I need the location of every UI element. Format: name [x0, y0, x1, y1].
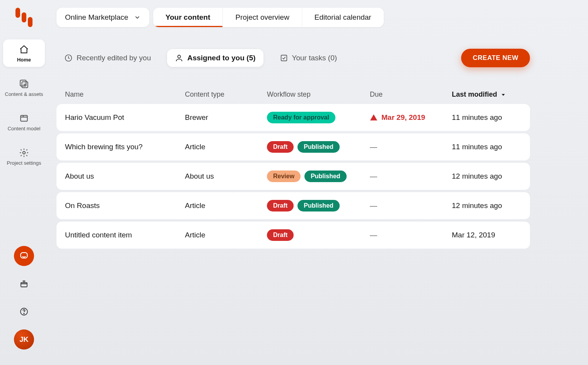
logo-bar [22, 12, 26, 22]
item-name: Hario Vacuum Pot [65, 113, 124, 122]
table-row[interactable]: Untitled content itemArticleDraft—Mar 12… [56, 222, 530, 249]
table-header: Name Content type Workflow step Due Last… [56, 85, 530, 104]
last-modified: Mar 12, 2019 [452, 231, 495, 239]
tab-project-overview[interactable]: Project overview [222, 8, 301, 27]
cell-workflow: DraftPublished [267, 141, 370, 153]
table-row[interactable]: Hario Vacuum PotBrewerReady for approval… [56, 104, 530, 131]
col-label: Due [370, 90, 383, 99]
filter-assigned-to-you[interactable]: Assigned to you (5) [167, 49, 263, 67]
cell-due: — [370, 172, 452, 181]
col-due: Due [370, 90, 452, 99]
whats-new-button[interactable] [14, 274, 34, 294]
cell-workflow: Ready for approval [267, 112, 370, 123]
svg-point-9 [178, 55, 181, 58]
last-modified: 11 minutes ago [452, 143, 502, 151]
top-bar: Online Marketplace Your content Project … [56, 8, 384, 27]
svg-rect-0 [20, 80, 26, 86]
tab-label: Editorial calendar [315, 13, 371, 21]
create-new-button[interactable]: CREATE NEW [461, 49, 530, 67]
sidebar-item-home[interactable]: Home [3, 39, 45, 67]
item-name: Untitled content item [65, 231, 132, 239]
intercom-chat-button[interactable] [14, 246, 34, 266]
col-workflow: Workflow step [267, 90, 370, 99]
cell-name: About us [65, 172, 185, 181]
sidebar-item-content-model[interactable]: Content model [3, 108, 45, 136]
table-row[interactable]: On RoastsArticleDraftPublished—12 minute… [56, 192, 530, 219]
logo-bar [15, 8, 20, 18]
workflow-badge-ready: Ready for approval [267, 112, 335, 123]
workflow-badge-published: Published [297, 200, 339, 211]
col-last-modified[interactable]: Last modified [452, 90, 521, 99]
cell-due: — [370, 143, 452, 151]
workflow-badge-draft: Draft [267, 141, 294, 153]
svg-rect-5 [21, 283, 27, 287]
due-date: — [370, 201, 377, 210]
workflow-badge-published: Published [297, 141, 339, 153]
home-icon [19, 44, 29, 55]
sidebar-item-label: Content & assets [5, 92, 43, 97]
cell-name: Hario Vacuum Pot [65, 113, 185, 122]
app-logo[interactable] [15, 8, 32, 27]
help-button[interactable] [14, 302, 34, 322]
cell-content-type: Brewer [185, 113, 267, 122]
sidebar-item-label: Home [17, 57, 31, 63]
cell-due: — [370, 231, 452, 239]
col-name: Name [65, 90, 185, 99]
due-date: — [370, 172, 377, 181]
cell-last-modified: 12 minutes ago [452, 201, 521, 210]
last-modified: 11 minutes ago [452, 113, 502, 122]
tab-label: Your content [166, 13, 210, 21]
col-label: Content type [185, 90, 224, 99]
cell-last-modified: 12 minutes ago [452, 172, 521, 181]
svg-rect-2 [21, 115, 27, 121]
filter-your-tasks[interactable]: Your tasks (0) [272, 49, 345, 67]
filter-label: Recently edited by you [77, 54, 151, 62]
cell-due: Mar 29, 2019 [370, 113, 452, 122]
user-initials: JK [19, 336, 28, 344]
table-row[interactable]: Which brewing fits you?ArticleDraftPubli… [56, 133, 530, 160]
logo-bar [28, 17, 32, 27]
cell-name: Which brewing fits you? [65, 143, 185, 151]
tab-your-content[interactable]: Your content [153, 8, 223, 27]
cell-last-modified: 11 minutes ago [452, 113, 521, 122]
cell-name: On Roasts [65, 201, 185, 210]
item-name: About us [65, 172, 94, 181]
content-type: Brewer [185, 113, 208, 122]
warning-icon [370, 114, 378, 121]
cell-workflow: Draft [267, 229, 370, 241]
cell-content-type: Article [185, 201, 267, 210]
content-table: Name Content type Workflow step Due Last… [56, 85, 530, 249]
user-avatar[interactable]: JK [14, 329, 34, 350]
content-type: Article [185, 231, 205, 239]
due-date: — [370, 143, 377, 151]
svg-point-7 [24, 313, 24, 314]
workflow-badge-draft: Draft [267, 229, 294, 241]
table-body: Hario Vacuum PotBrewerReady for approval… [56, 104, 530, 249]
chevron-down-icon [134, 14, 141, 21]
workflow-badge-published: Published [304, 171, 346, 182]
content-type: About us [185, 172, 214, 181]
sidebar-item-project-settings[interactable]: Project settings [3, 143, 45, 170]
filter-recently-edited[interactable]: Recently edited by you [56, 49, 159, 67]
person-icon [175, 54, 183, 62]
sort-desc-icon [500, 92, 506, 98]
project-selector[interactable]: Online Marketplace [56, 8, 149, 27]
cell-last-modified: 11 minutes ago [452, 143, 521, 151]
cell-last-modified: Mar 12, 2019 [452, 231, 521, 239]
cell-content-type: Article [185, 143, 267, 151]
sidebar-item-label: Project settings [7, 160, 41, 166]
tab-editorial-calendar[interactable]: Editorial calendar [302, 8, 384, 27]
content-type: Article [185, 143, 205, 151]
top-nav: Your content Project overview Editorial … [153, 8, 384, 27]
col-type: Content type [185, 90, 267, 99]
sidebar-item-content-assets[interactable]: Content & assets [3, 74, 45, 101]
create-new-label: CREATE NEW [473, 54, 518, 61]
checkbox-icon [280, 54, 288, 62]
cell-workflow: ReviewPublished [267, 171, 370, 182]
project-name: Online Marketplace [65, 13, 128, 22]
tab-label: Project overview [235, 13, 289, 21]
clock-icon [64, 54, 73, 62]
due-date: Mar 29, 2019 [381, 113, 425, 122]
last-modified: 12 minutes ago [452, 201, 502, 210]
table-row[interactable]: About usAbout usReviewPublished—12 minut… [56, 163, 530, 190]
